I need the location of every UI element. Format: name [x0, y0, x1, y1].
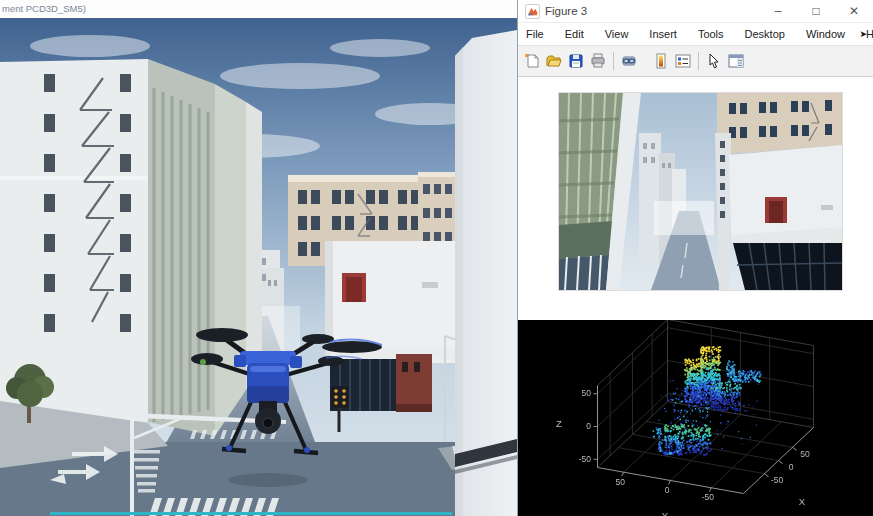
camera-storefront: [731, 227, 842, 290]
menu-insert[interactable]: Insert: [649, 28, 677, 40]
drone-nav-light-green: [200, 359, 206, 365]
figure-canvas-bottom: [518, 320, 873, 516]
figure-window: Figure 3 – □ ✕ FileEditViewInsertToolsDe…: [517, 0, 873, 516]
save-figure-button[interactable]: [565, 50, 587, 72]
open-file-icon: [546, 53, 562, 69]
save-figure-icon: [568, 53, 584, 69]
insert-legend-button[interactable]: [672, 50, 694, 72]
drone-body-top: [240, 351, 296, 365]
camera-building-tan: [717, 93, 842, 155]
building-right-foreground: [455, 30, 517, 516]
simulation-window: ment PCD3D_SM5): [0, 0, 517, 516]
menu-tools[interactable]: Tools: [698, 28, 724, 40]
toolbar-separator: [698, 52, 699, 70]
menu-edit[interactable]: Edit: [565, 28, 584, 40]
insert-colorbar-button[interactable]: [650, 50, 672, 72]
open-file-button[interactable]: [543, 50, 565, 72]
toolbar-separator: [613, 52, 614, 70]
lidar-pointcloud-canvas[interactable]: [518, 320, 873, 516]
new-figure-button[interactable]: [521, 50, 543, 72]
link-plot-button[interactable]: [618, 50, 640, 72]
figure-menubar: FileEditViewInsertToolsDesktopWindowHelp…: [518, 23, 873, 46]
simulation-titlebar[interactable]: ment PCD3D_SM5): [0, 0, 517, 18]
edit-plot-button[interactable]: [703, 50, 725, 72]
menu-file[interactable]: File: [526, 28, 544, 40]
menu-view[interactable]: View: [605, 28, 629, 40]
new-figure-icon: [524, 53, 540, 69]
simulation-3d-viewport[interactable]: [0, 18, 517, 516]
selection-strip: [50, 512, 452, 515]
close-button[interactable]: ✕: [835, 0, 873, 23]
matlab-figure-icon: [525, 4, 540, 19]
camera-view-image: [559, 93, 842, 290]
menu-help[interactable]: Help: [866, 28, 873, 40]
insert-legend-icon: [675, 53, 691, 69]
screenshot-stage: ment PCD3D_SM5): [0, 0, 873, 516]
property-inspector-icon: [728, 53, 744, 69]
edit-plot-icon: [706, 53, 722, 69]
city-scene: [0, 18, 517, 516]
property-inspector-button[interactable]: [725, 50, 747, 72]
minimize-button[interactable]: –: [759, 0, 797, 23]
figure-titlebar[interactable]: Figure 3 – □ ✕: [518, 0, 873, 23]
maximize-button[interactable]: □: [797, 0, 835, 23]
figure-title: Figure 3: [545, 5, 587, 17]
menu-desktop[interactable]: Desktop: [745, 28, 785, 40]
print-figure-button[interactable]: [587, 50, 609, 72]
menu-window[interactable]: Window: [806, 28, 845, 40]
camera-scene: [559, 93, 842, 290]
insert-colorbar-icon: [653, 53, 669, 69]
link-plot-icon: [621, 53, 637, 69]
figure-canvas-top: [518, 77, 873, 320]
simulation-title-text: ment PCD3D_SM5): [2, 3, 86, 14]
figure-toolbar: [518, 46, 873, 77]
menu-overflow-arrow[interactable]: ➤: [859, 29, 867, 39]
print-figure-icon: [590, 53, 606, 69]
